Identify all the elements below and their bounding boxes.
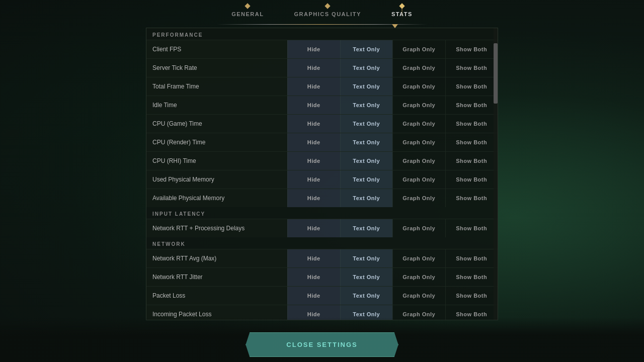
tab-stats-label: STATS [391,11,413,17]
option-show-both[interactable]: Show Both [445,249,498,267]
option-show-both[interactable]: Show Both [445,170,498,189]
option-text-only[interactable]: Text Only [340,170,393,189]
option-graph-only[interactable]: Graph Only [392,249,445,267]
option-show-both[interactable]: Show Both [445,152,498,170]
option-graph-only[interactable]: Graph Only [392,59,445,77]
tab-stats[interactable]: STATS [376,0,428,17]
tab-stats-diamond [399,3,405,9]
row-options: Hide Text Only Graph Only Show Both [287,133,498,151]
tab-general[interactable]: GENERAL [216,0,279,17]
option-hide[interactable]: Hide [287,96,340,114]
row-label-network-rtt-processing: Network RTT + Processing Delays [146,219,287,237]
top-nav: GENERAL GRAPHICS QUALITY STATS [0,0,644,28]
row-label-available-physical-memory: Available Physical Memory [146,189,287,207]
row-label-cpu-game-time: CPU (Game) Time [146,115,287,133]
settings-panel: PERFORMANCE Client FPS Hide Text Only Gr… [146,28,498,320]
section-header-input-latency: INPUT LATENCY [146,207,498,219]
row-options: Hide Text Only Graph Only Show Both [287,189,498,207]
option-hide[interactable]: Hide [287,249,340,267]
option-text-only[interactable]: Text Only [340,40,393,58]
option-show-both[interactable]: Show Both [445,219,498,237]
tab-graphics-quality[interactable]: GRAPHICS QUALITY [279,0,376,17]
row-label-network-rtt-jitter: Network RTT Jitter [146,268,287,286]
option-text-only[interactable]: Text Only [340,268,393,286]
section-header-performance: PERFORMANCE [146,28,498,40]
option-graph-only[interactable]: Graph Only [392,77,445,96]
row-options: Hide Text Only Graph Only Show Both [287,287,498,305]
option-text-only[interactable]: Text Only [340,77,393,96]
row-label-total-frame-time: Total Frame Time [146,77,287,96]
option-hide[interactable]: Hide [287,219,340,237]
tab-general-diamond [245,3,251,9]
settings-scroll[interactable]: PERFORMANCE Client FPS Hide Text Only Gr… [146,28,498,320]
option-show-both[interactable]: Show Both [445,115,498,133]
option-graph-only[interactable]: Graph Only [392,287,445,305]
option-hide[interactable]: Hide [287,170,340,189]
table-row: Client FPS Hide Text Only Graph Only Sho… [146,40,498,58]
option-hide[interactable]: Hide [287,77,340,96]
option-graph-only[interactable]: Graph Only [392,189,445,207]
row-options: Hide Text Only Graph Only Show Both [287,268,498,286]
option-graph-only[interactable]: Graph Only [392,133,445,151]
close-settings-button[interactable]: CLOSE SETTINGS [246,332,398,357]
option-show-both[interactable]: Show Both [445,59,498,77]
row-options: Hide Text Only Graph Only Show Both [287,115,498,133]
table-row: Network RTT Jitter Hide Text Only Graph … [146,267,498,286]
option-text-only[interactable]: Text Only [340,96,393,114]
row-label-packet-loss: Packet Loss [146,287,287,305]
row-options: Hide Text Only Graph Only Show Both [287,59,498,77]
option-show-both[interactable]: Show Both [445,133,498,151]
option-text-only[interactable]: Text Only [340,152,393,170]
option-graph-only[interactable]: Graph Only [392,40,445,58]
option-hide[interactable]: Hide [287,115,340,133]
option-show-both[interactable]: Show Both [445,189,498,207]
row-label-cpu-rhi-time: CPU (RHI) Time [146,152,287,170]
option-hide[interactable]: Hide [287,59,340,77]
main-container: GENERAL GRAPHICS QUALITY STATS PERFORMAN… [0,0,644,362]
table-row: Idle Time Hide Text Only Graph Only Show… [146,96,498,114]
tab-graphics-diamond [325,3,331,9]
option-show-both[interactable]: Show Both [445,40,498,58]
option-text-only[interactable]: Text Only [340,59,393,77]
row-label-network-rtt-avg: Network RTT Avg (Max) [146,249,287,267]
table-row: Network RTT + Processing Delays Hide Tex… [146,219,498,237]
scrollbar-thumb[interactable] [494,43,498,104]
option-show-both[interactable]: Show Both [445,77,498,96]
option-hide[interactable]: Hide [287,40,340,58]
table-row: Network RTT Avg (Max) Hide Text Only Gra… [146,249,498,267]
option-graph-only[interactable]: Graph Only [392,219,445,237]
scrollbar-track[interactable] [494,28,498,320]
row-label-idle-time: Idle Time [146,96,287,114]
option-text-only[interactable]: Text Only [340,133,393,151]
table-row: Total Frame Time Hide Text Only Graph On… [146,77,498,96]
table-row: CPU (Game) Time Hide Text Only Graph Onl… [146,114,498,133]
row-options: Hide Text Only Graph Only Show Both [287,170,498,189]
table-row: Packet Loss Hide Text Only Graph Only Sh… [146,286,498,305]
option-hide[interactable]: Hide [287,189,340,207]
option-show-both[interactable]: Show Both [445,268,498,286]
option-graph-only[interactable]: Graph Only [392,170,445,189]
option-graph-only[interactable]: Graph Only [392,268,445,286]
option-text-only[interactable]: Text Only [340,115,393,133]
option-show-both[interactable]: Show Both [445,96,498,114]
section-header-network: NETWORK [146,237,498,249]
table-row: CPU (RHI) Time Hide Text Only Graph Only… [146,151,498,170]
option-hide[interactable]: Hide [287,152,340,170]
option-text-only[interactable]: Text Only [340,189,393,207]
option-text-only[interactable]: Text Only [340,287,393,305]
option-graph-only[interactable]: Graph Only [392,152,445,170]
option-graph-only[interactable]: Graph Only [392,96,445,114]
option-show-both[interactable]: Show Both [445,287,498,305]
option-hide[interactable]: Hide [287,133,340,151]
active-tab-arrow [392,24,398,28]
row-options: Hide Text Only Graph Only Show Both [287,219,498,237]
row-label-cpu-render-time: CPU (Render) Time [146,133,287,151]
row-options: Hide Text Only Graph Only Show Both [287,152,498,170]
option-text-only[interactable]: Text Only [340,219,393,237]
option-text-only[interactable]: Text Only [340,249,393,267]
row-options: Hide Text Only Graph Only Show Both [287,249,498,267]
table-row: Server Tick Rate Hide Text Only Graph On… [146,58,498,77]
option-hide[interactable]: Hide [287,287,340,305]
option-hide[interactable]: Hide [287,268,340,286]
option-graph-only[interactable]: Graph Only [392,115,445,133]
